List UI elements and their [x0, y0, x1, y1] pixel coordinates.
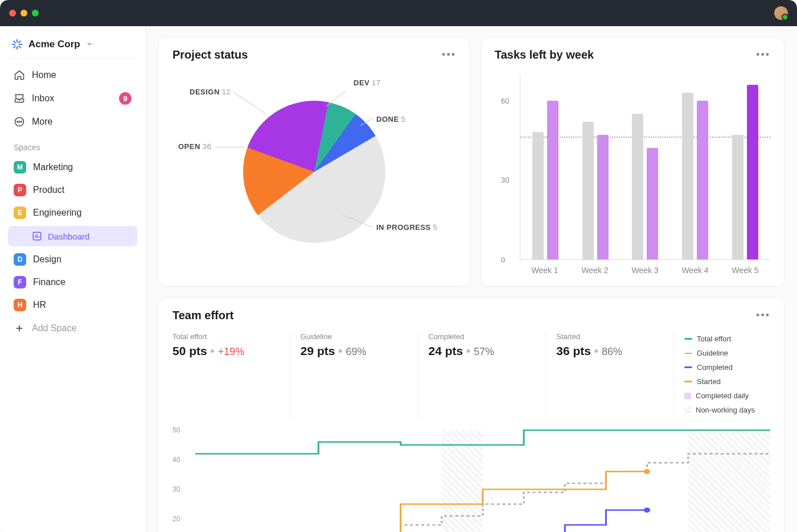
- add-space-button[interactable]: Add Space: [8, 317, 137, 340]
- bar: [597, 135, 609, 259]
- space-item-marketing[interactable]: MMarketing: [8, 156, 137, 178]
- space-badge-icon: M: [14, 161, 26, 174]
- card-more-button[interactable]: •••: [442, 49, 456, 61]
- traffic-lights: [9, 10, 39, 17]
- space-badge-icon: P: [14, 184, 26, 196]
- stat-guideline: Guideline 29 pts • 69%: [290, 332, 418, 420]
- space-name: Engineering: [33, 208, 81, 218]
- avatar[interactable]: [774, 6, 788, 20]
- space-badge-icon: F: [14, 276, 26, 288]
- svg-point-9: [17, 121, 18, 122]
- window-titlebar: [0, 0, 797, 26]
- space-name: HR: [33, 300, 46, 310]
- space-badge-icon: D: [14, 253, 26, 266]
- space-badge-icon: E: [14, 207, 26, 219]
- inbox-badge: 9: [119, 92, 132, 105]
- plus-icon: [14, 323, 25, 334]
- space-name: Finance: [33, 277, 65, 287]
- bar: [732, 135, 743, 259]
- add-space-label: Add Space: [32, 323, 76, 333]
- window-close-button[interactable]: [9, 10, 16, 17]
- pie-chart: [243, 101, 385, 243]
- bar: [547, 101, 558, 259]
- more-icon: [14, 116, 25, 127]
- spaces-section-label: Spaces: [8, 134, 137, 156]
- bar: [697, 101, 708, 259]
- stat-started: Started 36 pts • 86%: [545, 332, 673, 420]
- x-label: Week 5: [732, 266, 758, 275]
- space-name: Product: [33, 185, 64, 195]
- svg-point-19: [644, 469, 650, 474]
- nav-home[interactable]: Home: [8, 64, 137, 86]
- y-tick: 0: [501, 255, 505, 264]
- svg-point-11: [21, 121, 22, 122]
- nav-inbox[interactable]: Inbox 9: [8, 87, 137, 110]
- pie-label-open: OPEN36: [178, 142, 211, 151]
- team-effort-legend: Total effort Guideline Completed Started…: [673, 332, 770, 420]
- x-label: Week 4: [681, 266, 708, 275]
- bar: [647, 148, 658, 259]
- line-chart: 50 40 30 20: [172, 430, 770, 532]
- bar: [632, 114, 643, 259]
- chevron-down-icon: [86, 39, 93, 50]
- workspace-switcher[interactable]: Acme Corp: [8, 33, 137, 59]
- card-more-button[interactable]: •••: [756, 310, 770, 321]
- bar: [582, 122, 594, 259]
- y-tick: 30: [501, 176, 509, 184]
- svg-line-7: [19, 41, 20, 43]
- svg-point-18: [644, 508, 650, 513]
- team-effort-title: Team effort: [172, 309, 233, 322]
- x-label: Week 3: [631, 266, 658, 275]
- tasks-left-title: Tasks left by week: [495, 48, 594, 61]
- window-zoom-button[interactable]: [32, 10, 39, 17]
- workspace-logo-icon: [11, 39, 23, 50]
- sidebar-item-dashboard[interactable]: Dashboard: [8, 226, 137, 246]
- window-minimize-button[interactable]: [20, 10, 27, 17]
- nav-more-label: More: [32, 117, 52, 127]
- main-content: Project status ••• DEV17 DONE5 IN PROGRE…: [146, 26, 797, 532]
- space-item-design[interactable]: DDesign: [8, 249, 137, 270]
- bar: [532, 132, 544, 259]
- nav-home-label: Home: [32, 70, 56, 80]
- card-more-button[interactable]: •••: [756, 49, 770, 61]
- svg-line-6: [14, 46, 15, 48]
- pie-label-dev: DEV17: [354, 79, 381, 87]
- pie-label-design: DESIGN12: [190, 88, 231, 96]
- pie-label-in-progress: IN PROGRESS5: [376, 223, 438, 232]
- y-tick: 60: [501, 96, 509, 105]
- space-item-product[interactable]: PProduct: [8, 179, 137, 201]
- x-label: Week 2: [581, 266, 608, 275]
- project-status-title: Project status: [172, 48, 248, 61]
- inbox-icon: [14, 93, 25, 104]
- tasks-left-card: Tasks left by week ••• 60 30 0 Week 1Wee…: [480, 36, 784, 287]
- dashboard-icon: [32, 231, 42, 241]
- bar: [747, 85, 758, 259]
- space-name: Design: [33, 254, 61, 265]
- svg-line-5: [19, 46, 20, 48]
- svg-point-10: [19, 121, 20, 122]
- space-item-hr[interactable]: HHR: [8, 294, 137, 316]
- bar-chart: 60 30 0 Week 1Week 2Week 3Week 4Week 5: [495, 68, 770, 275]
- svg-line-4: [14, 41, 15, 43]
- project-status-card: Project status ••• DEV17 DONE5 IN PROGRE…: [158, 36, 470, 287]
- space-badge-icon: H: [14, 299, 26, 311]
- sidebar: Acme Corp Home Inbox 9 More Spaces MMa: [0, 26, 146, 532]
- space-item-engineering[interactable]: EEngineering: [8, 202, 137, 224]
- team-effort-card: Team effort ••• Total effort 50 pts • +1…: [158, 297, 784, 532]
- stat-total: Total effort 50 pts • +19%: [172, 332, 290, 420]
- nav-more[interactable]: More: [8, 111, 137, 133]
- nav-inbox-label: Inbox: [32, 93, 54, 104]
- space-item-finance[interactable]: FFinance: [8, 271, 137, 293]
- home-icon: [14, 69, 25, 81]
- stat-completed: Completed 24 pts • 57%: [418, 332, 546, 420]
- bar: [682, 93, 693, 259]
- space-name: Marketing: [33, 162, 73, 172]
- x-label: Week 1: [531, 266, 558, 275]
- workspace-name: Acme Corp: [28, 39, 80, 50]
- pie-label-done: DONE5: [376, 115, 405, 123]
